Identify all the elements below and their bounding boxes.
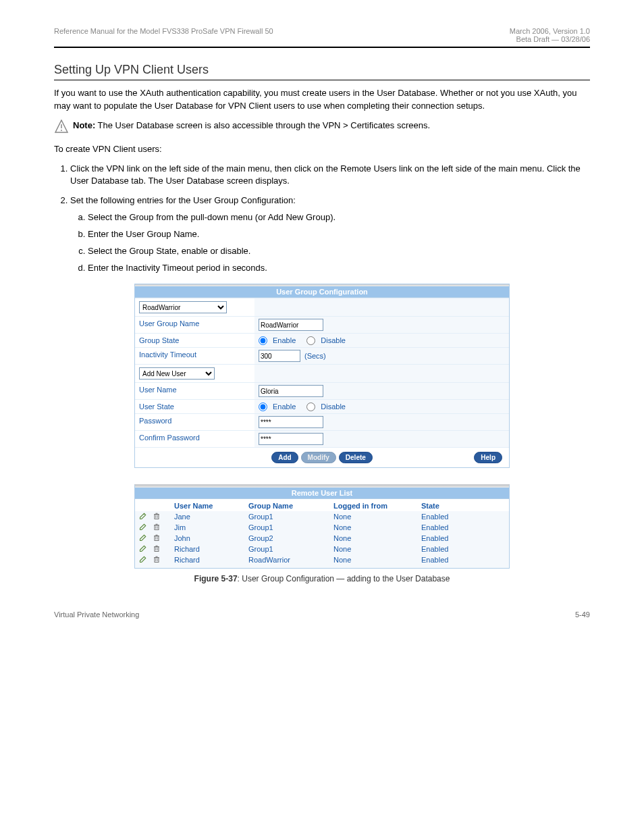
substep-d: Enter the Inactivity Timeout period in s… xyxy=(88,262,590,275)
trash-icon[interactable] xyxy=(153,555,161,565)
rule-top xyxy=(54,47,590,48)
note-body: The User Database screen is also accessi… xyxy=(98,120,430,130)
page-footer: Virtual Private Networking 5-49 xyxy=(54,610,590,619)
add-button[interactable]: Add xyxy=(271,452,298,463)
cell-group: Group1 xyxy=(248,513,333,521)
cell-user: Jim xyxy=(174,523,248,531)
substep-a: Select the Group from the pull-down menu… xyxy=(88,211,590,224)
help-button[interactable]: Help xyxy=(474,452,502,463)
hdr-state: State xyxy=(421,502,489,510)
trash-icon[interactable] xyxy=(153,533,161,543)
inactivity-suffix: (Secs) xyxy=(304,352,326,360)
label-user-name: User Name xyxy=(135,383,254,399)
add-user-select[interactable]: Add New User xyxy=(139,367,215,380)
cell-logged: None xyxy=(333,534,421,542)
table-row: JimGroup1NoneEnabled xyxy=(135,522,509,533)
edit-icon[interactable] xyxy=(139,512,147,521)
table-row: RichardRoadWarriorNoneEnabled xyxy=(135,554,509,565)
edit-icon[interactable] xyxy=(139,544,147,554)
cell-logged: None xyxy=(333,556,421,564)
header-right-2: Beta Draft — 03/28/06 xyxy=(510,35,590,43)
section-title: Setting Up VPN Client Users xyxy=(54,63,590,77)
input-group-name[interactable] xyxy=(259,319,323,331)
edit-icon[interactable] xyxy=(139,533,147,543)
rule-under-title xyxy=(54,80,590,80)
edit-icon[interactable] xyxy=(139,555,147,565)
label-user-state: User State xyxy=(135,400,254,413)
cell-logged: None xyxy=(333,545,421,553)
note-icon xyxy=(54,120,69,136)
trash-icon[interactable] xyxy=(153,523,161,532)
substeps: Select the Group from the pull-down menu… xyxy=(70,211,590,274)
radio-group-disable[interactable] xyxy=(306,336,315,345)
radio-user-disable[interactable] xyxy=(306,402,315,411)
group-select[interactable]: RoadWarrior xyxy=(139,301,227,313)
edit-icon[interactable] xyxy=(139,523,147,532)
cell-user: Richard xyxy=(174,556,248,564)
list-header: User Name Group Name Logged in from Stat… xyxy=(135,499,509,511)
table-row: RichardGroup1NoneEnabled xyxy=(135,544,509,554)
note-label: Note: xyxy=(73,120,95,130)
svg-rect-22 xyxy=(155,558,159,563)
substep-c: Select the Group State, enable or disabl… xyxy=(88,245,590,258)
cell-group: RoadWarrior xyxy=(248,556,333,564)
cell-user: Richard xyxy=(174,545,248,553)
hdr-user: User Name xyxy=(174,502,248,510)
svg-rect-7 xyxy=(155,525,159,530)
trash-icon[interactable] xyxy=(153,512,161,521)
cell-state: Enabled xyxy=(421,534,489,542)
step-1: Click the VPN link on the left side of t… xyxy=(70,163,590,188)
input-password[interactable] xyxy=(259,416,323,428)
label-group-state: Group State xyxy=(135,334,254,347)
cell-logged: None xyxy=(333,523,421,531)
label-group-name: User Group Name xyxy=(135,317,254,333)
cell-user: Jane xyxy=(174,513,248,521)
panel1-title: User Group Configuration xyxy=(135,286,509,298)
cell-group: Group1 xyxy=(248,545,333,553)
button-row: Add Modify Delete Help xyxy=(135,447,509,467)
cell-state: Enabled xyxy=(421,513,489,521)
delete-button[interactable]: Delete xyxy=(339,452,373,463)
steps-list: Click the VPN link on the left side of t… xyxy=(54,163,590,275)
figure-caption: Figure 5-37: User Group Configuration — … xyxy=(54,574,590,583)
cell-state: Enabled xyxy=(421,545,489,553)
step-2: Set the following entries for the User G… xyxy=(70,194,590,274)
svg-rect-12 xyxy=(155,536,159,541)
svg-rect-2 xyxy=(155,515,159,519)
cell-user: John xyxy=(174,534,248,542)
cell-state: Enabled xyxy=(421,523,489,531)
trash-icon[interactable] xyxy=(153,544,161,554)
header-right-1: March 2006, Version 1.0 xyxy=(510,27,590,35)
cell-group: Group2 xyxy=(248,534,333,542)
user-group-config-panel: User Group Configuration RoadWarrior Use… xyxy=(134,284,510,468)
steps-intro: To create VPN Client users: xyxy=(54,143,590,156)
table-row: JohnGroup2NoneEnabled xyxy=(135,533,509,544)
cell-group: Group1 xyxy=(248,523,333,531)
footer-right: 5-49 xyxy=(575,610,590,619)
label-inactivity: Inactivity Timeout xyxy=(135,348,254,364)
input-confirm[interactable] xyxy=(259,433,323,445)
input-inactivity[interactable] xyxy=(259,350,300,362)
table-row: JaneGroup1NoneEnabled xyxy=(135,511,509,522)
figure: User Group Configuration RoadWarrior Use… xyxy=(134,284,510,569)
svg-point-1 xyxy=(61,130,62,131)
cell-logged: None xyxy=(333,513,421,521)
panel2-title: Remote User List xyxy=(135,488,509,499)
radio-group-enable[interactable] xyxy=(259,336,267,345)
running-header: Reference Manual for the Model FVS338 Pr… xyxy=(54,0,590,47)
intro-text: If you want to use the XAuth authenticat… xyxy=(54,87,590,113)
hdr-logged: Logged in from xyxy=(333,502,421,510)
substep-b: Enter the User Group Name. xyxy=(88,228,590,241)
remote-user-list-panel: Remote User List User Name Group Name Lo… xyxy=(134,484,510,569)
label-password: Password xyxy=(135,414,254,430)
radio-user-enable[interactable] xyxy=(259,402,267,411)
input-user-name[interactable] xyxy=(259,385,323,397)
header-left: Reference Manual for the Model FVS338 Pr… xyxy=(54,27,273,43)
hdr-group: Group Name xyxy=(248,502,333,510)
label-confirm: Confirm Password xyxy=(135,431,254,447)
cell-state: Enabled xyxy=(421,556,489,564)
note: Note: The User Database screen is also a… xyxy=(54,120,590,136)
svg-rect-17 xyxy=(155,547,159,552)
modify-button[interactable]: Modify xyxy=(301,452,336,463)
footer-left: Virtual Private Networking xyxy=(54,610,139,619)
